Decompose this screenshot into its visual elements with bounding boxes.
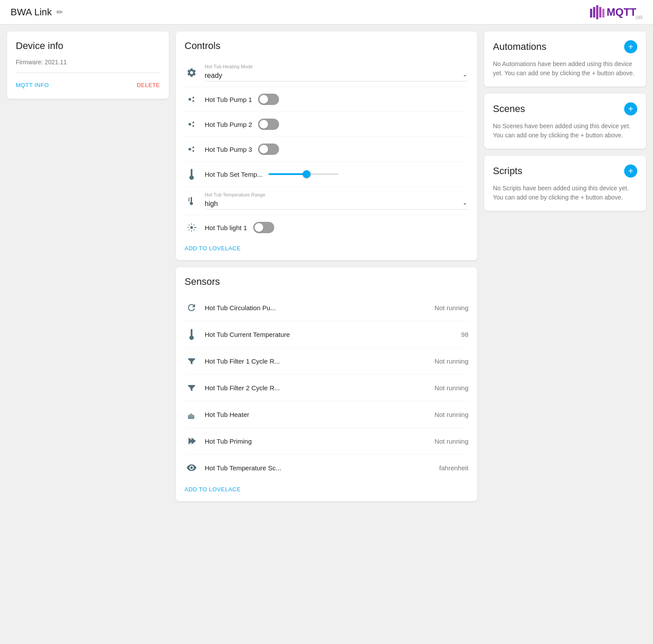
- middle-column: Controls Hot Tub Heating Mode ready rest…: [176, 32, 477, 501]
- sensor-value-1: 98: [461, 331, 468, 338]
- firmware-label: Firmware: 2021.11: [16, 59, 160, 73]
- sensor-row-5: Hot Tub Priming Not running: [185, 428, 468, 455]
- svg-point-10: [189, 123, 191, 126]
- svg-point-8: [192, 97, 194, 98]
- sensor-label-0: Hot Tub Circulation Pu...: [205, 304, 428, 312]
- scripts-card: Scripts + No Scripts have been added usi…: [484, 156, 646, 211]
- svg-line-32: [194, 225, 194, 225]
- delete-button[interactable]: DELETE: [136, 80, 160, 90]
- skip-forward-icon: [186, 436, 197, 446]
- temp-scale-icon: [185, 461, 199, 475]
- svg-point-14: [192, 147, 194, 148]
- svg-point-13: [189, 148, 191, 150]
- gear-icon: [186, 67, 197, 78]
- pump1-toggle[interactable]: [258, 94, 279, 105]
- temp-range-select[interactable]: high low: [205, 198, 468, 210]
- add-script-button[interactable]: +: [624, 164, 637, 178]
- heater-icon: [185, 407, 199, 421]
- sensor-label-3: Hot Tub Filter 2 Cycle R...: [205, 384, 428, 392]
- refresh-icon: [186, 302, 197, 313]
- device-info-card: Device info Firmware: 2021.11 MQTT INFO …: [7, 32, 169, 99]
- heater-icon-svg: [186, 409, 197, 420]
- controls-title: Controls: [185, 40, 468, 52]
- mqtt-info-button[interactable]: MQTT INFO: [16, 80, 49, 90]
- temp-slider-wrap: [269, 173, 468, 175]
- pump2-toggle[interactable]: [258, 119, 279, 130]
- svg-rect-2: [596, 5, 598, 19]
- left-column: Device info Firmware: 2021.11 MQTT INFO …: [7, 32, 169, 501]
- scripts-title: Scripts: [493, 165, 522, 177]
- light-icon: [186, 222, 197, 233]
- pump3-label: Hot Tub Pump 3: [205, 146, 252, 153]
- set-temp-row: Hot Tub Set Temp...: [185, 162, 468, 187]
- pump3-toggle[interactable]: [258, 144, 279, 155]
- add-scene-button[interactable]: +: [624, 102, 637, 116]
- pump3-icon-svg: [186, 144, 197, 154]
- svg-point-7: [189, 98, 191, 101]
- pump1-row: Hot Tub Pump 1: [185, 87, 468, 112]
- svg-rect-38: [189, 414, 190, 418]
- sensor-label-1: Hot Tub Current Temperature: [205, 331, 455, 338]
- heating-mode-select[interactable]: ready rest ready_in_rest: [205, 70, 468, 81]
- svg-rect-1: [593, 7, 595, 18]
- temp-slider[interactable]: [269, 173, 339, 175]
- edit-icon[interactable]: ✏: [56, 7, 63, 17]
- heating-mode-row: Hot Tub Heating Mode ready rest ready_in…: [185, 59, 468, 87]
- svg-line-29: [189, 225, 189, 225]
- svg-marker-44: [192, 438, 196, 444]
- svg-line-30: [194, 230, 194, 230]
- filter-icon: [186, 356, 197, 366]
- svg-rect-41: [193, 415, 194, 418]
- pump2-slider: [258, 119, 279, 130]
- svg-rect-42: [188, 418, 194, 419]
- controls-add-lovelace-button[interactable]: ADD TO LOVELACE: [185, 240, 241, 252]
- app-header: BWA Link ✏ MQTT .ORG: [0, 0, 653, 24]
- svg-point-20: [190, 202, 193, 205]
- sensor-row-4: Hot Tub Heater Not running: [185, 401, 468, 428]
- filter2-icon-svg: [186, 382, 197, 393]
- sensor-row-0: Hot Tub Circulation Pu... Not running: [185, 294, 468, 321]
- header-title-group: BWA Link ✏: [10, 7, 63, 18]
- sensor-row-2: Hot Tub Filter 1 Cycle R... Not running: [185, 348, 468, 374]
- right-column: Automations + No Automations have been a…: [484, 32, 646, 501]
- svg-rect-39: [191, 413, 192, 418]
- add-automation-button[interactable]: +: [624, 40, 637, 53]
- sensors-title: Sensors: [185, 276, 468, 287]
- temp-range-row: Hot Tub Temperature Range high low: [185, 187, 468, 215]
- light1-toggle[interactable]: [253, 222, 274, 233]
- pump1-slider: [258, 94, 279, 105]
- eye-icon: [186, 462, 197, 473]
- automations-desc: No Automations have been added using thi…: [493, 60, 637, 78]
- app-title: BWA Link: [10, 7, 52, 18]
- light1-label: Hot Tub light 1: [205, 224, 247, 231]
- svg-point-11: [192, 122, 194, 123]
- svg-text:.ORG: .ORG: [635, 15, 643, 20]
- automations-header: Automations +: [493, 40, 637, 53]
- mqtt-logo: MQTT .ORG: [590, 4, 643, 21]
- svg-point-12: [192, 125, 194, 127]
- set-temp-icon: [185, 167, 199, 181]
- heating-mode-sublabel: Hot Tub Heating Mode: [205, 64, 468, 69]
- svg-point-24: [190, 226, 193, 229]
- sensor-label-2: Hot Tub Filter 1 Cycle R...: [205, 357, 428, 365]
- svg-point-34: [196, 227, 196, 228]
- heating-mode-select-group: Hot Tub Heating Mode ready rest ready_in…: [205, 64, 468, 81]
- device-info-title: Device info: [16, 40, 160, 52]
- svg-point-36: [189, 336, 194, 340]
- automations-card: Automations + No Automations have been a…: [484, 32, 646, 87]
- sensor-value-0: Not running: [434, 304, 468, 312]
- circulation-icon: [185, 301, 199, 315]
- sensor-value-6: fahrenheit: [439, 464, 468, 472]
- light1-icon: [185, 220, 199, 234]
- thermometer-icon: [187, 168, 196, 180]
- sensors-add-lovelace-button[interactable]: ADD TO LOVELACE: [185, 481, 241, 493]
- sensor-value-2: Not running: [434, 357, 468, 365]
- pump3-slider: [258, 144, 279, 155]
- light1-row: Hot Tub light 1: [185, 215, 468, 240]
- sensor-label-5: Hot Tub Priming: [205, 438, 428, 445]
- svg-rect-18: [191, 172, 192, 178]
- scenes-title: Scenes: [493, 103, 525, 115]
- automations-title: Automations: [493, 41, 546, 52]
- svg-rect-0: [590, 9, 592, 18]
- heating-mode-icon: [185, 66, 199, 80]
